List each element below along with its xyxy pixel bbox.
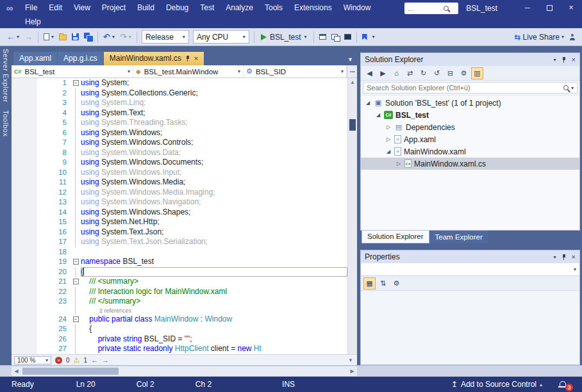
outlining-margin[interactable] bbox=[71, 108, 81, 118]
warning-icon[interactable]: ⚠ bbox=[74, 356, 80, 364]
horizontal-scrollbar[interactable]: ◀ ▶ bbox=[12, 366, 357, 376]
categorized-icon[interactable]: ▦ bbox=[363, 277, 376, 290]
code-line-17[interactable]: 17using System.Text.Json.Serialization; bbox=[12, 237, 347, 247]
property-pages-icon[interactable]: ⚙ bbox=[390, 277, 403, 290]
outlining-margin[interactable] bbox=[71, 98, 81, 108]
outlining-margin[interactable] bbox=[71, 344, 81, 354]
code-line-7[interactable]: 7using System.Windows.Controls; bbox=[12, 138, 347, 148]
outlining-margin[interactable] bbox=[71, 267, 81, 277]
navigate-back-icon[interactable]: ◀ bbox=[363, 67, 376, 79]
code-line-15[interactable]: 15using System.Net.Http; bbox=[12, 217, 347, 227]
solution-configurations-dropdown[interactable]: Release▾ bbox=[142, 30, 189, 44]
start-debugging-button[interactable]: BSL_test▾ bbox=[257, 30, 311, 44]
close-icon[interactable]: × bbox=[572, 253, 576, 261]
type-dropdown[interactable]: ◆BSL_test.MainWindow▾ bbox=[133, 65, 244, 78]
code-line-23[interactable]: 23 /// </summary> bbox=[12, 297, 347, 307]
minimize-button[interactable]: ─ bbox=[517, 0, 538, 16]
indicator-margin[interactable] bbox=[12, 237, 37, 247]
vertical-scrollbar[interactable]: ▲ bbox=[347, 78, 357, 354]
indicator-margin[interactable] bbox=[12, 344, 37, 354]
document-list-dropdown-icon[interactable]: ▼ bbox=[347, 56, 353, 63]
tree-item-solution-bsl-test-1-of-1-project[interactable]: ◢Solution 'BSL_test' (1 of 1 project) bbox=[361, 97, 579, 109]
outlining-margin[interactable] bbox=[71, 148, 81, 158]
outlining-margin[interactable] bbox=[71, 227, 81, 238]
indicator-margin[interactable] bbox=[12, 197, 37, 208]
code-line-13[interactable]: 13using System.Windows.Navigation; bbox=[12, 197, 347, 208]
menu-view[interactable]: View bbox=[68, 0, 96, 16]
indicator-margin[interactable] bbox=[12, 168, 37, 178]
indicator-margin[interactable] bbox=[12, 297, 37, 307]
refresh-icon[interactable]: ↺ bbox=[431, 67, 443, 79]
code-line-21[interactable]: 21− /// <summary> bbox=[12, 277, 347, 287]
collapse-region-icon[interactable]: − bbox=[73, 80, 79, 86]
window-button-2[interactable] bbox=[329, 30, 342, 44]
code-line-18[interactable]: 18 bbox=[12, 247, 347, 257]
outlining-margin[interactable] bbox=[71, 118, 81, 128]
save-all-button[interactable] bbox=[81, 30, 95, 44]
menu-extensions[interactable]: Extensions bbox=[288, 0, 338, 16]
pin-icon[interactable] bbox=[561, 254, 567, 260]
add-to-source-control-button[interactable]: ↥ Add to Source Control ▴ bbox=[451, 380, 542, 389]
sidebar-item-toolbox[interactable]: Toolbox bbox=[2, 110, 10, 136]
code-line-11[interactable]: 11using System.Windows.Media; bbox=[12, 177, 347, 188]
outlining-margin[interactable] bbox=[71, 237, 81, 247]
save-button[interactable] bbox=[69, 30, 81, 44]
menu-tools[interactable]: Tools bbox=[259, 0, 288, 16]
outlining-margin[interactable] bbox=[71, 88, 81, 99]
code-line-16[interactable]: 16using System.Text.Json; bbox=[12, 227, 347, 238]
indicator-margin[interactable] bbox=[12, 78, 37, 88]
collapse-region-icon[interactable]: − bbox=[73, 259, 79, 265]
feedback-button[interactable] bbox=[567, 30, 578, 44]
search-options-icon[interactable]: ▾ bbox=[571, 85, 574, 91]
indicator-margin[interactable] bbox=[12, 217, 37, 227]
pin-icon[interactable] bbox=[561, 57, 567, 63]
title-search-input[interactable] bbox=[408, 4, 444, 12]
sync-with-active-document-icon[interactable]: ↻ bbox=[417, 67, 429, 79]
console-window-button[interactable] bbox=[342, 30, 354, 44]
outlining-margin[interactable] bbox=[71, 217, 81, 227]
outlining-margin[interactable] bbox=[71, 188, 81, 198]
menu-window[interactable]: Window bbox=[338, 0, 377, 16]
code-line-22[interactable]: 22 /// Interaction logic for MainWindow.… bbox=[12, 287, 347, 297]
navigate-backward-button[interactable]: ←▾ bbox=[4, 30, 22, 44]
member-dropdown[interactable]: ⚙BSL_SID▾ bbox=[244, 65, 347, 78]
outlining-margin[interactable] bbox=[71, 324, 81, 334]
navigate-forward-icon[interactable]: ▶ bbox=[377, 67, 389, 79]
error-count-icon[interactable]: × bbox=[55, 357, 62, 364]
next-issue-icon[interactable]: → bbox=[102, 356, 109, 364]
tree-item-app-xaml[interactable]: ▷App.xaml bbox=[361, 133, 579, 145]
indicator-margin[interactable] bbox=[12, 118, 37, 128]
code-line-3[interactable]: 3using System.Linq; bbox=[12, 98, 347, 108]
code-line-6[interactable]: 6using System.Windows; bbox=[12, 128, 347, 138]
tab-solution-explorer[interactable]: Solution Explorer bbox=[362, 231, 429, 243]
solution-explorer-titlebar[interactable]: Solution Explorer ▾ × bbox=[361, 53, 579, 66]
new-file-button[interactable]: ▾ bbox=[41, 30, 56, 44]
expander-collapsed-icon[interactable]: ▷ bbox=[384, 124, 393, 130]
solution-search-box[interactable]: ▾ bbox=[363, 82, 578, 94]
live-share-button[interactable]: ⇆Live Share▾ bbox=[512, 30, 567, 44]
collapse-region-icon[interactable]: − bbox=[73, 279, 79, 284]
indicator-margin[interactable] bbox=[12, 188, 37, 198]
indicator-margin[interactable] bbox=[12, 227, 37, 238]
menu-edit[interactable]: Edit bbox=[43, 0, 68, 16]
code-line-2[interactable]: 2using System.Collections.Generic; bbox=[12, 88, 347, 99]
sidebar-item-server-explorer[interactable]: Server Explorer bbox=[2, 49, 10, 102]
project-dropdown[interactable]: C#BSL_test▾ bbox=[12, 65, 133, 78]
indicator-margin[interactable] bbox=[12, 138, 37, 148]
menu-test[interactable]: Test bbox=[194, 0, 220, 16]
tab-app-xaml[interactable]: App.xaml bbox=[13, 52, 57, 65]
outlining-margin[interactable] bbox=[71, 158, 81, 168]
previous-issue-icon[interactable]: ← bbox=[91, 356, 98, 364]
code-line-5[interactable]: 5using System.Threading.Tasks; bbox=[12, 118, 347, 128]
expander-collapsed-icon[interactable]: ▷ bbox=[394, 161, 403, 167]
toolbar-options-dropdown[interactable]: ▾ bbox=[370, 30, 378, 44]
collapse-all-icon[interactable]: ⊟ bbox=[444, 67, 456, 79]
navigate-forward-button[interactable]: → bbox=[22, 30, 35, 44]
pin-icon[interactable] bbox=[185, 56, 190, 61]
scroll-left-icon[interactable]: ◀ bbox=[12, 368, 21, 374]
code-line-27[interactable]: 27 private static readonly HttpClient cl… bbox=[12, 344, 347, 354]
indicator-margin[interactable] bbox=[12, 277, 37, 287]
scroll-down-icon[interactable]: ▼ bbox=[348, 357, 354, 363]
line-indicator[interactable]: Ln 20 bbox=[76, 380, 96, 389]
outlining-margin[interactable]: − bbox=[71, 277, 81, 287]
